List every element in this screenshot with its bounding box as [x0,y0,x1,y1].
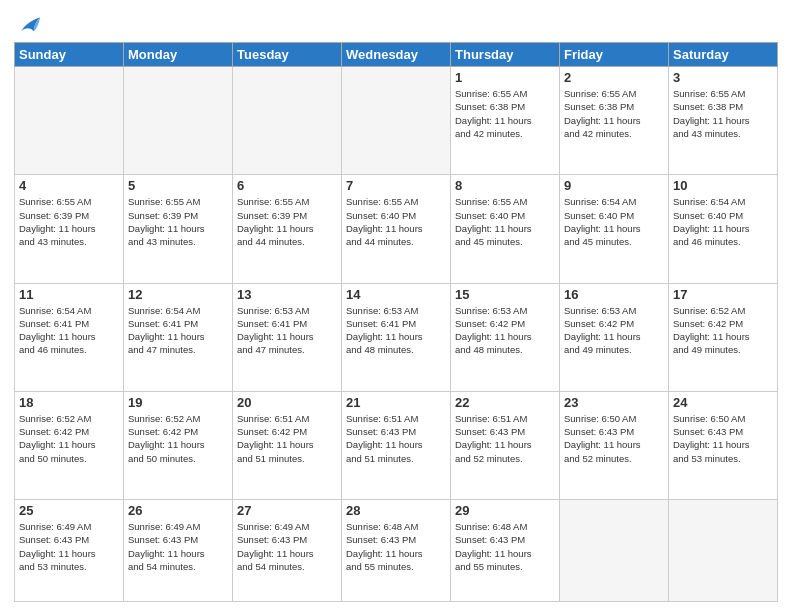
day-info: Sunrise: 6:55 AM Sunset: 6:38 PM Dayligh… [673,87,773,140]
day-number: 28 [346,503,446,518]
calendar-header-row: SundayMondayTuesdayWednesdayThursdayFrid… [15,43,778,67]
calendar-cell: 4Sunrise: 6:55 AM Sunset: 6:39 PM Daylig… [15,175,124,283]
calendar-cell: 24Sunrise: 6:50 AM Sunset: 6:43 PM Dayli… [669,391,778,499]
calendar-cell: 19Sunrise: 6:52 AM Sunset: 6:42 PM Dayli… [124,391,233,499]
day-number: 18 [19,395,119,410]
calendar-header-tuesday: Tuesday [233,43,342,67]
day-number: 27 [237,503,337,518]
calendar-cell: 29Sunrise: 6:48 AM Sunset: 6:43 PM Dayli… [451,500,560,602]
day-number: 5 [128,178,228,193]
day-number: 14 [346,287,446,302]
calendar-header-friday: Friday [560,43,669,67]
day-number: 25 [19,503,119,518]
calendar-week-4: 18Sunrise: 6:52 AM Sunset: 6:42 PM Dayli… [15,391,778,499]
day-info: Sunrise: 6:50 AM Sunset: 6:43 PM Dayligh… [673,412,773,465]
day-number: 2 [564,70,664,85]
calendar-cell: 28Sunrise: 6:48 AM Sunset: 6:43 PM Dayli… [342,500,451,602]
day-info: Sunrise: 6:49 AM Sunset: 6:43 PM Dayligh… [19,520,119,573]
day-info: Sunrise: 6:55 AM Sunset: 6:40 PM Dayligh… [346,195,446,248]
day-number: 13 [237,287,337,302]
calendar-cell [124,67,233,175]
day-info: Sunrise: 6:54 AM Sunset: 6:41 PM Dayligh… [19,304,119,357]
calendar-cell: 14Sunrise: 6:53 AM Sunset: 6:41 PM Dayli… [342,283,451,391]
day-info: Sunrise: 6:53 AM Sunset: 6:41 PM Dayligh… [237,304,337,357]
day-info: Sunrise: 6:54 AM Sunset: 6:41 PM Dayligh… [128,304,228,357]
day-number: 11 [19,287,119,302]
calendar-cell: 17Sunrise: 6:52 AM Sunset: 6:42 PM Dayli… [669,283,778,391]
day-number: 8 [455,178,555,193]
header [14,12,778,36]
day-number: 19 [128,395,228,410]
day-number: 29 [455,503,555,518]
calendar-cell [233,67,342,175]
day-number: 7 [346,178,446,193]
day-number: 24 [673,395,773,410]
day-info: Sunrise: 6:55 AM Sunset: 6:39 PM Dayligh… [19,195,119,248]
calendar-cell: 11Sunrise: 6:54 AM Sunset: 6:41 PM Dayli… [15,283,124,391]
day-info: Sunrise: 6:48 AM Sunset: 6:43 PM Dayligh… [455,520,555,573]
day-info: Sunrise: 6:55 AM Sunset: 6:39 PM Dayligh… [237,195,337,248]
day-info: Sunrise: 6:52 AM Sunset: 6:42 PM Dayligh… [19,412,119,465]
day-number: 26 [128,503,228,518]
calendar-header-monday: Monday [124,43,233,67]
calendar-cell: 23Sunrise: 6:50 AM Sunset: 6:43 PM Dayli… [560,391,669,499]
calendar-cell: 10Sunrise: 6:54 AM Sunset: 6:40 PM Dayli… [669,175,778,283]
calendar-header-wednesday: Wednesday [342,43,451,67]
calendar-cell: 20Sunrise: 6:51 AM Sunset: 6:42 PM Dayli… [233,391,342,499]
day-info: Sunrise: 6:54 AM Sunset: 6:40 PM Dayligh… [673,195,773,248]
day-info: Sunrise: 6:52 AM Sunset: 6:42 PM Dayligh… [673,304,773,357]
day-info: Sunrise: 6:55 AM Sunset: 6:40 PM Dayligh… [455,195,555,248]
calendar-week-1: 1Sunrise: 6:55 AM Sunset: 6:38 PM Daylig… [15,67,778,175]
day-number: 23 [564,395,664,410]
calendar-header-thursday: Thursday [451,43,560,67]
calendar: SundayMondayTuesdayWednesdayThursdayFrid… [14,42,778,602]
calendar-cell: 7Sunrise: 6:55 AM Sunset: 6:40 PM Daylig… [342,175,451,283]
day-info: Sunrise: 6:51 AM Sunset: 6:43 PM Dayligh… [346,412,446,465]
day-info: Sunrise: 6:53 AM Sunset: 6:41 PM Dayligh… [346,304,446,357]
day-info: Sunrise: 6:53 AM Sunset: 6:42 PM Dayligh… [455,304,555,357]
calendar-cell: 5Sunrise: 6:55 AM Sunset: 6:39 PM Daylig… [124,175,233,283]
day-number: 15 [455,287,555,302]
calendar-cell [342,67,451,175]
day-info: Sunrise: 6:55 AM Sunset: 6:38 PM Dayligh… [564,87,664,140]
day-number: 9 [564,178,664,193]
day-info: Sunrise: 6:48 AM Sunset: 6:43 PM Dayligh… [346,520,446,573]
day-info: Sunrise: 6:54 AM Sunset: 6:40 PM Dayligh… [564,195,664,248]
calendar-cell: 13Sunrise: 6:53 AM Sunset: 6:41 PM Dayli… [233,283,342,391]
calendar-cell: 25Sunrise: 6:49 AM Sunset: 6:43 PM Dayli… [15,500,124,602]
calendar-cell: 8Sunrise: 6:55 AM Sunset: 6:40 PM Daylig… [451,175,560,283]
day-number: 16 [564,287,664,302]
calendar-cell: 1Sunrise: 6:55 AM Sunset: 6:38 PM Daylig… [451,67,560,175]
day-number: 22 [455,395,555,410]
calendar-cell [669,500,778,602]
calendar-week-2: 4Sunrise: 6:55 AM Sunset: 6:39 PM Daylig… [15,175,778,283]
calendar-cell: 18Sunrise: 6:52 AM Sunset: 6:42 PM Dayli… [15,391,124,499]
day-number: 4 [19,178,119,193]
day-number: 17 [673,287,773,302]
day-info: Sunrise: 6:52 AM Sunset: 6:42 PM Dayligh… [128,412,228,465]
day-info: Sunrise: 6:50 AM Sunset: 6:43 PM Dayligh… [564,412,664,465]
calendar-week-5: 25Sunrise: 6:49 AM Sunset: 6:43 PM Dayli… [15,500,778,602]
calendar-cell: 15Sunrise: 6:53 AM Sunset: 6:42 PM Dayli… [451,283,560,391]
day-number: 21 [346,395,446,410]
day-number: 6 [237,178,337,193]
calendar-week-3: 11Sunrise: 6:54 AM Sunset: 6:41 PM Dayli… [15,283,778,391]
logo [14,12,42,36]
logo-bird-icon [18,14,42,36]
calendar-cell: 3Sunrise: 6:55 AM Sunset: 6:38 PM Daylig… [669,67,778,175]
calendar-header-saturday: Saturday [669,43,778,67]
calendar-cell [15,67,124,175]
day-number: 20 [237,395,337,410]
calendar-cell: 27Sunrise: 6:49 AM Sunset: 6:43 PM Dayli… [233,500,342,602]
calendar-cell: 2Sunrise: 6:55 AM Sunset: 6:38 PM Daylig… [560,67,669,175]
day-info: Sunrise: 6:53 AM Sunset: 6:42 PM Dayligh… [564,304,664,357]
day-info: Sunrise: 6:55 AM Sunset: 6:39 PM Dayligh… [128,195,228,248]
calendar-cell: 22Sunrise: 6:51 AM Sunset: 6:43 PM Dayli… [451,391,560,499]
calendar-cell: 16Sunrise: 6:53 AM Sunset: 6:42 PM Dayli… [560,283,669,391]
day-info: Sunrise: 6:49 AM Sunset: 6:43 PM Dayligh… [128,520,228,573]
calendar-cell: 12Sunrise: 6:54 AM Sunset: 6:41 PM Dayli… [124,283,233,391]
calendar-cell: 21Sunrise: 6:51 AM Sunset: 6:43 PM Dayli… [342,391,451,499]
day-info: Sunrise: 6:49 AM Sunset: 6:43 PM Dayligh… [237,520,337,573]
day-number: 10 [673,178,773,193]
day-info: Sunrise: 6:55 AM Sunset: 6:38 PM Dayligh… [455,87,555,140]
